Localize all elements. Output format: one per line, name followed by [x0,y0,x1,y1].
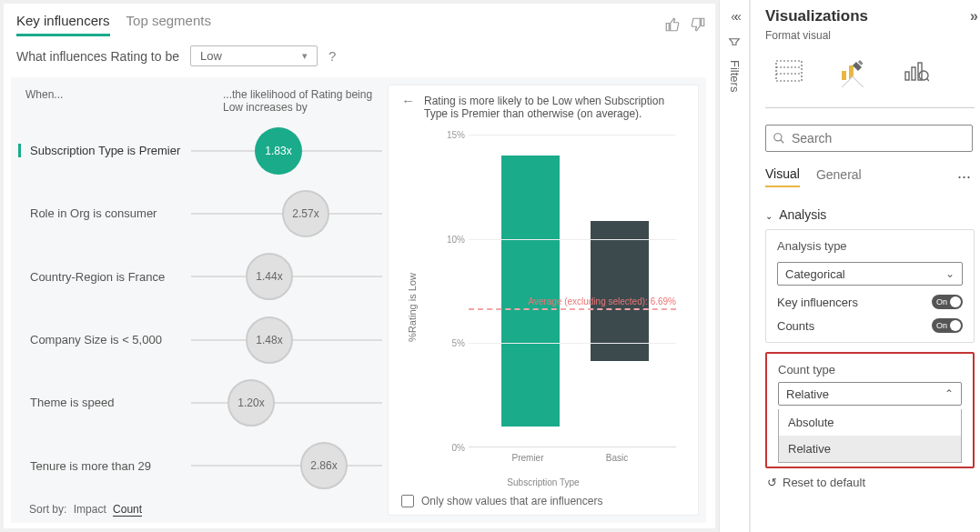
influencer-row[interactable]: Role in Org is consumer2.57x [18,186,382,241]
speaker-icon[interactable] [727,33,742,47]
icon-divider [765,107,975,108]
influencer-track: 1.83x [191,127,382,175]
influencer-label: Subscription Type is Premier [18,144,191,157]
gridline [469,239,676,240]
filters-rail: «« Filters [719,0,750,532]
target-value-dropdown[interactable]: Low ▾ [190,45,318,66]
count-type-option[interactable]: Relative [779,436,961,462]
chart-panel: ← Rating is more likely to be Low when S… [388,85,699,516]
back-arrow-icon[interactable]: ← [401,93,415,108]
search-input[interactable] [792,131,965,146]
subtab-visual[interactable]: Visual [765,166,800,187]
collapse-pane-icon[interactable]: » [970,8,975,25]
count-type-option[interactable]: Absolute [779,409,961,436]
key-influencers-toggle[interactable]: On [932,295,963,309]
svg-rect-6 [905,72,909,80]
analysis-type-label: Analysis type [777,239,963,253]
track-line [191,402,382,404]
influencer-track: 2.57x [191,190,382,237]
key-influencers-toggle-row: Key influencers On [777,295,963,309]
influencer-bubble[interactable]: 1.48x [246,316,293,364]
influencer-track: 1.48x [191,316,382,364]
bar[interactable] [585,135,649,447]
chart-title: Rating is more likely to be Low when Sub… [424,95,685,120]
influencer-label: Country-Region is France [18,270,191,284]
format-subtabs: Visual General ··· [765,152,975,187]
svg-rect-0 [776,61,802,81]
influencer-row[interactable]: Tenure is more than 292.86x [18,438,382,494]
reset-to-default[interactable]: ↺ Reset to default [765,468,975,489]
plot-area: 0%5%10%15%Average (excluding selected): … [447,135,676,447]
search-row[interactable] [765,125,973,152]
expand-filters-icon[interactable]: «« [731,9,738,24]
gridline [469,135,676,136]
y-tick: 5% [447,338,465,348]
influencer-bubble[interactable]: 1.83x [255,127,302,175]
analytics-icon[interactable] [898,55,935,87]
counts-label: Counts [777,319,814,333]
influencer-row[interactable]: Theme is speed1.20x [18,375,382,430]
svg-rect-7 [912,67,915,80]
sort-impact[interactable]: Impact [74,503,106,516]
x-tick: Basic [585,453,649,463]
analysis-type-select[interactable]: Categorical ⌄ [777,262,963,286]
bars-container [469,135,676,447]
chevron-down-icon: ⌄ [765,211,773,221]
influencer-bubble[interactable]: 2.86x [300,442,348,489]
chevron-down-icon: ▾ [302,50,308,62]
influencer-bubble[interactable]: 1.20x [227,379,275,427]
svg-point-11 [774,134,782,141]
question-row: What influences Rating to be Low ▾ ? [11,38,706,77]
viz-title-row: Visualizations » [765,7,975,25]
analysis-header-label: Analysis [779,207,826,222]
sort-count[interactable]: Count [113,503,142,517]
format-mode-icons [765,42,975,87]
viz-title: Visualizations [765,7,868,25]
counts-toggle[interactable]: On [932,318,963,333]
sort-lead: Sort by: [29,503,66,516]
influencer-bubble[interactable]: 1.44x [246,253,293,300]
analysis-type-value: Categorical [785,267,845,281]
key-influencers-label: Key influencers [777,296,858,309]
influencer-label: Tenure is more than 29 [18,459,191,473]
x-axis-title: Subscription Type [401,477,685,487]
x-tick: Premier [496,453,560,463]
help-icon[interactable]: ? [328,48,336,64]
build-visual-icon[interactable] [771,55,807,87]
count-type-card: Count type Relative ⌃ AbsoluteRelative [765,352,975,468]
more-options-icon[interactable]: ··· [957,167,975,186]
influencer-bubble[interactable]: 2.57x [282,190,329,237]
svg-line-12 [781,140,784,144]
subtab-general[interactable]: General [816,167,862,186]
format-visual-icon[interactable] [834,55,871,87]
svg-rect-3 [842,71,846,80]
dropdown-value: Low [200,49,222,63]
only-influencers-row: Only show values that are influencers [401,489,685,507]
tab-key-influencers[interactable]: Key influencers [16,13,110,36]
thumbs-up-icon[interactable] [664,16,681,33]
bar[interactable] [496,135,560,447]
influencer-list: Subscription Type is Premier1.83xRole in… [18,123,382,494]
key-influencers-visual: Key influencers Top segments What influe… [0,0,719,532]
average-line [469,308,676,310]
y-axis-label: %Rating is Low [407,273,418,342]
influencer-row[interactable]: Subscription Type is Premier1.83x [18,123,382,178]
count-type-select[interactable]: Relative ⌃ [778,382,962,406]
influencer-row[interactable]: Company Size is < 5,0001.48x [18,312,382,367]
bar-rect [591,221,649,361]
visualizations-pane: Visualizations » Format visual [750,0,980,532]
tab-top-segments[interactable]: Top segments [126,13,211,36]
influencer-label: Role in Org is consumer [18,206,191,220]
count-type-label: Count type [778,363,962,376]
only-influencers-checkbox[interactable] [401,495,414,507]
influencer-track: 1.44x [191,253,382,300]
thumbs-down-icon[interactable] [690,16,706,33]
svg-rect-4 [849,65,854,80]
header-likelihood: ...the likelihood of Rating being Low in… [223,88,373,114]
analysis-section: ⌄ Analysis Analysis type Categorical ⌄ K… [765,207,975,489]
analysis-card: Analysis type Categorical ⌄ Key influenc… [765,229,975,343]
reset-label: Reset to default [783,476,865,489]
analysis-header[interactable]: ⌄ Analysis [765,207,975,222]
header-when: When... [25,88,223,114]
influencer-row[interactable]: Country-Region is France1.44x [18,249,382,305]
